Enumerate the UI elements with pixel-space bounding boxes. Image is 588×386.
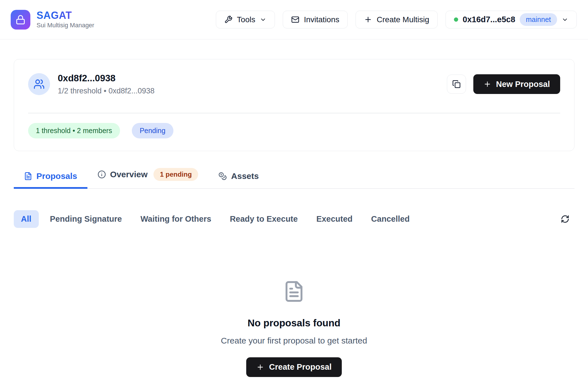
multisig-meta: 1/2 threshold • 0xd8f2...0938 [58, 87, 447, 95]
brand: SAGAT Sui Multisig Manager [11, 10, 94, 30]
multisig-card-header: 0xd8f2...0938 1/2 threshold • 0xd8f2...0… [14, 59, 574, 95]
wrench-icon [224, 15, 232, 24]
tab-overview[interactable]: Overview 1 pending [87, 168, 209, 188]
coins-icon [218, 172, 227, 180]
plus-icon [256, 363, 264, 371]
multisig-name: 0xd8f2...0938 [58, 73, 447, 84]
empty-state-subtitle: Create your first proposal to get starte… [14, 336, 575, 345]
create-multisig-button[interactable]: Create Multisig [356, 11, 438, 28]
users-icon [33, 78, 45, 90]
main-content: 0xd8f2...0938 1/2 threshold • 0xd8f2...0… [14, 59, 575, 377]
file-text-icon [283, 280, 305, 303]
filter-pending-signature[interactable]: Pending Signature [43, 210, 129, 228]
multisig-badges: 1 threshold • 2 members Pending [14, 113, 574, 151]
tab-overview-label: Overview [110, 170, 148, 179]
copy-address-button[interactable] [447, 75, 466, 94]
members-badge: 1 threshold • 2 members [28, 123, 120, 138]
app-header: SAGAT Sui Multisig Manager Tools Invitat… [0, 0, 588, 39]
multisig-avatar [28, 73, 50, 95]
info-icon [98, 170, 106, 179]
empty-state-title: No proposals found [14, 317, 575, 329]
pending-count-badge: 1 pending [153, 168, 198, 181]
tools-button[interactable]: Tools [216, 11, 275, 28]
tab-proposals-label: Proposals [37, 171, 77, 181]
brand-text: SAGAT Sui Multisig Manager [37, 10, 94, 29]
mail-icon [291, 15, 299, 24]
wallet-menu-button[interactable]: 0x16d7...e5c8 mainnet [445, 11, 577, 28]
app-logo [11, 10, 30, 30]
tab-assets[interactable]: Assets [208, 171, 269, 188]
wallet-address: 0x16d7...e5c8 [463, 15, 515, 24]
filter-all[interactable]: All [14, 210, 39, 228]
filter-waiting-for-others[interactable]: Waiting for Others [133, 210, 219, 228]
filter-ready-to-execute[interactable]: Ready to Execute [223, 210, 305, 228]
status-badge: Pending [132, 123, 173, 138]
tools-label: Tools [237, 15, 255, 24]
chevron-down-icon [562, 16, 568, 23]
empty-state-cta-wrap: Create Proposal [14, 357, 575, 377]
plus-icon [483, 80, 491, 88]
connection-status-dot [454, 17, 458, 22]
network-badge: mainnet [520, 13, 557, 26]
filter-cancelled[interactable]: Cancelled [364, 210, 417, 228]
refresh-icon [561, 215, 569, 223]
chevron-down-icon [260, 16, 266, 23]
invitations-label: Invitations [304, 15, 339, 24]
new-proposal-button[interactable]: New Proposal [473, 74, 560, 94]
create-proposal-label: Create Proposal [269, 362, 331, 372]
tab-proposals[interactable]: Proposals [14, 171, 87, 188]
proposal-filters: All Pending Signature Waiting for Others… [14, 210, 575, 228]
file-text-icon [24, 172, 32, 180]
plus-icon [364, 15, 372, 24]
create-proposal-button[interactable]: Create Proposal [246, 357, 342, 377]
refresh-button[interactable] [559, 213, 571, 225]
empty-state: No proposals found Create your first pro… [14, 280, 575, 377]
app-title: SAGAT [37, 10, 94, 21]
invitations-button[interactable]: Invitations [283, 11, 348, 28]
tab-assets-label: Assets [231, 171, 259, 181]
multisig-actions: New Proposal [447, 74, 560, 94]
lock-icon [15, 15, 26, 25]
filter-executed[interactable]: Executed [309, 210, 360, 228]
tab-bar: Proposals Overview 1 pending Assets [14, 168, 575, 189]
app-tagline: Sui Multisig Manager [37, 22, 94, 29]
copy-icon [452, 80, 461, 88]
create-multisig-label: Create Multisig [377, 15, 429, 24]
multisig-card: 0xd8f2...0938 1/2 threshold • 0xd8f2...0… [14, 59, 575, 151]
multisig-info: 0xd8f2...0938 1/2 threshold • 0xd8f2...0… [58, 73, 447, 95]
header-actions: Tools Invitations Create Multisig 0x16d7… [216, 11, 577, 28]
new-proposal-label: New Proposal [496, 80, 550, 89]
